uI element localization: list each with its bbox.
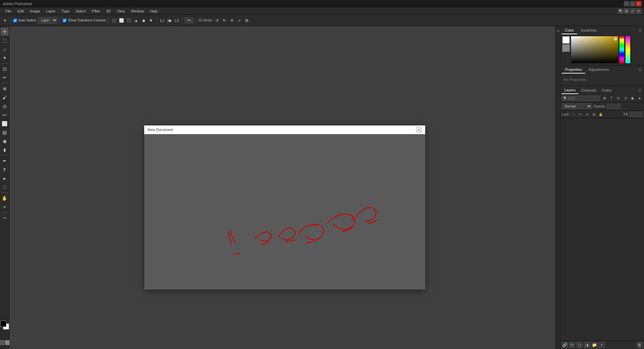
color-bg-swatch[interactable] <box>562 44 570 52</box>
transform-controls-label[interactable]: Show Transform Controls <box>63 18 106 23</box>
tab-layers[interactable]: Layers <box>562 87 578 94</box>
auto-select-checkbox[interactable] <box>13 18 17 23</box>
layers-search-input[interactable] <box>568 96 588 100</box>
align-center-h-icon[interactable]: ⬜ <box>118 17 124 24</box>
add-style-btn[interactable]: fx <box>569 342 575 348</box>
opacity-input[interactable] <box>607 104 620 109</box>
lasso-tool[interactable]: ⌕ <box>1 45 9 53</box>
move-tool-icon[interactable]: ✛ <box>2 17 8 24</box>
align-bottom-icon[interactable]: ▼ <box>148 17 154 24</box>
tab-paths[interactable]: Paths <box>599 87 614 94</box>
blur-tool[interactable]: ◉ <box>1 137 9 145</box>
magic-wand-tool[interactable]: ✦ <box>1 54 9 62</box>
color-panel-close[interactable]: ≡ <box>637 27 643 34</box>
more-options-btn[interactable]: ••• <box>185 17 193 23</box>
filter-text-icon[interactable]: T <box>608 95 614 101</box>
properties-panel-close[interactable]: ≡ <box>637 66 643 74</box>
auto-select-label[interactable]: Auto-Select: <box>13 18 37 23</box>
layers-panel-close[interactable]: ≡ <box>637 87 643 94</box>
fill-input[interactable] <box>629 112 643 117</box>
filter-effect-icon[interactable]: fx <box>615 95 621 101</box>
shape-tool[interactable]: □ <box>1 183 9 191</box>
gradient-tool[interactable]: ▤ <box>1 128 9 136</box>
3d-scale-icon[interactable]: ⊞ <box>244 17 250 24</box>
3d-pan-icon[interactable]: ✛ <box>229 17 235 24</box>
dodge-tool[interactable]: ◖ <box>1 146 9 154</box>
path-select-tool[interactable]: ▸ <box>1 174 9 182</box>
tab-properties[interactable]: Properties <box>562 66 585 74</box>
menu-3d[interactable]: 3D <box>104 8 114 14</box>
distribute-right-icon[interactable]: ▷| <box>174 17 180 24</box>
filter-color-icon[interactable]: ◉ <box>630 95 636 101</box>
close-button[interactable]: ✕ <box>636 1 641 6</box>
align-right-icon[interactable]: ⬛ <box>126 17 132 24</box>
menu-filter[interactable]: Filter <box>89 8 103 14</box>
lock-position-icon[interactable]: ✛ <box>585 112 590 117</box>
layer-select-dropdown[interactable]: Layer Group <box>38 17 57 24</box>
move-tool[interactable]: ✛ <box>1 28 9 36</box>
minimize-button[interactable]: — <box>624 1 629 6</box>
menu-edit[interactable]: Edit <box>15 8 27 14</box>
menu-help[interactable]: Help <box>148 8 161 14</box>
lock-transparency-icon[interactable]: ⬚ <box>571 112 576 117</box>
hand-tool[interactable]: ✋ <box>1 194 9 202</box>
type-tool[interactable]: T <box>1 166 9 174</box>
canvas-content[interactable] <box>144 134 425 289</box>
distribute-left-icon[interactable]: |◁ <box>159 17 165 24</box>
lock-artboard-icon[interactable]: ⊞ <box>591 112 597 117</box>
app-resize-btn[interactable]: ⤢ <box>630 8 635 14</box>
link-layers-btn[interactable]: 🔗 <box>562 342 568 348</box>
menu-select[interactable]: Select <box>73 8 89 14</box>
lock-paint-icon[interactable]: ✏ <box>578 112 583 117</box>
new-layer-btn[interactable]: + <box>599 342 605 348</box>
mask-button[interactable] <box>0 340 4 345</box>
brush-tool[interactable]: 🖌 <box>1 93 9 101</box>
3d-slide-icon[interactable]: ⤢ <box>236 17 242 24</box>
filter-toggle[interactable]: ● <box>637 95 643 101</box>
history-tool[interactable]: ↩ <box>1 111 9 119</box>
eyedropper-tool[interactable]: ✏ <box>1 74 9 82</box>
filter-smart-icon[interactable]: ⊙ <box>622 95 629 101</box>
add-mask-btn[interactable]: ◻ <box>576 342 582 348</box>
lock-all-icon[interactable]: 🔒 <box>598 112 603 117</box>
align-left-icon[interactable]: ⬛ <box>111 17 117 24</box>
eraser-tool[interactable]: ⬜ <box>1 120 9 128</box>
crop-tool[interactable]: ⊡ <box>1 65 9 73</box>
align-top-icon[interactable]: ▲ <box>133 17 139 24</box>
color-fg-swatch[interactable] <box>562 36 570 44</box>
saturation-strip[interactable] <box>626 36 630 63</box>
menu-layer[interactable]: Layer <box>43 8 58 14</box>
foreground-swatch[interactable] <box>0 321 6 327</box>
new-group-btn[interactable]: 📁 <box>591 342 597 348</box>
delete-layer-btn[interactable]: 🗑 <box>637 342 643 348</box>
tab-color[interactable]: Color <box>562 27 577 34</box>
menu-type[interactable]: Type <box>59 8 72 14</box>
maximize-button[interactable]: □ <box>630 1 635 6</box>
heal-tool[interactable]: ⊕ <box>1 85 9 93</box>
align-center-v-icon[interactable]: ◆ <box>140 17 147 24</box>
tab-adjustments[interactable]: Adjustments <box>585 66 612 74</box>
pen-tool[interactable]: ✒ <box>1 157 9 165</box>
app-arrange-btn[interactable]: ⊞ <box>624 8 629 14</box>
selection-tool[interactable]: ⬚ <box>1 36 9 44</box>
app-close-btn[interactable]: ✕ <box>636 8 641 14</box>
filter-type-icon[interactable]: ⊞ <box>601 95 607 101</box>
3d-roll-icon[interactable]: ↻ <box>222 17 228 24</box>
3d-rotate-icon[interactable]: ↺ <box>214 17 220 24</box>
tab-channels[interactable]: Channels <box>578 87 599 94</box>
hue-slider[interactable] <box>619 36 624 63</box>
tab-swatches[interactable]: Swatches <box>577 27 600 34</box>
clone-tool[interactable]: ◎ <box>1 102 9 110</box>
menu-image[interactable]: Image <box>27 8 43 14</box>
app-search-btn[interactable]: 🔍 <box>618 8 623 14</box>
more-tools-btn[interactable]: ••• <box>1 214 9 222</box>
distribute-center-h-icon[interactable]: |◆ <box>166 17 172 24</box>
menu-view[interactable]: View <box>114 8 128 14</box>
transform-controls-checkbox[interactable] <box>63 18 67 23</box>
menu-file[interactable]: File <box>3 8 14 14</box>
collapse-panels-icon[interactable]: ◀ <box>556 28 560 34</box>
zoom-tool[interactable]: ⌖ <box>1 203 9 211</box>
menu-window[interactable]: Window <box>128 8 147 14</box>
color-gradient-box[interactable] <box>571 36 618 63</box>
blend-mode-select[interactable]: Normal Multiply Screen Overlay Darken Li… <box>562 103 592 109</box>
